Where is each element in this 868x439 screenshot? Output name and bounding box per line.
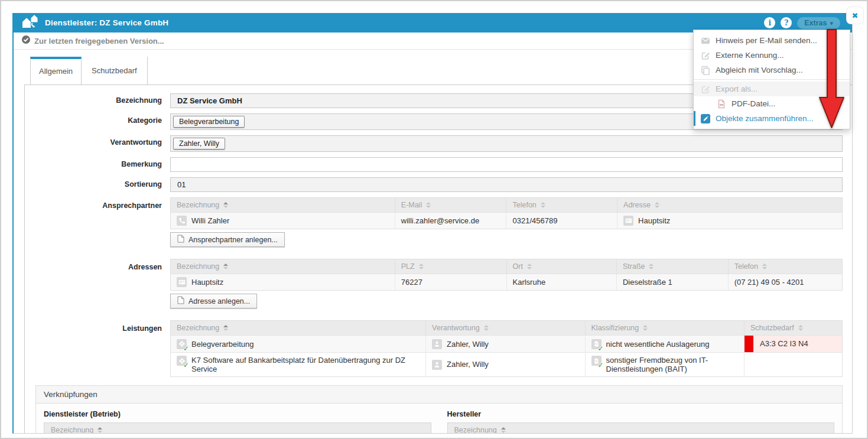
help-button[interactable]: ? [781, 17, 792, 28]
col-header-bezeichnung[interactable]: Bezeichnung [171, 259, 395, 274]
tab-content-panel: Bezeichnung DZ Service GmbH Kategorie Be… [24, 84, 852, 433]
adresse-strasse: Dieselstraße 1 [616, 274, 728, 291]
verantwortung-field[interactable]: Zahler, Willy [170, 135, 843, 152]
new-page-icon [177, 296, 184, 306]
sortierung-field[interactable]: 01 [170, 177, 843, 192]
verantwortung-chip[interactable]: Zahler, Willy [173, 138, 225, 149]
col-header-email[interactable]: E-Mail [395, 198, 506, 213]
menu-item-externe-kennung[interactable]: Externe Kennung... [694, 48, 850, 63]
menu-item-abgleich-vorschlag[interactable]: Abgleich mit Vorschlag... [694, 63, 850, 77]
pdf-file-icon [717, 99, 726, 109]
sort-icon [798, 325, 803, 331]
menu-item-hinweis-email[interactable]: Hinweis per E-Mail senden... [694, 33, 850, 48]
leistungen-label: Leistungen [25, 320, 170, 377]
leistung-verantwortung: Zahler, Willy [447, 360, 489, 369]
col-header-verantwortung[interactable]: Verantwortung [426, 321, 585, 336]
hersteller-column: Hersteller Bezeichnung [447, 410, 835, 433]
copy-icon [701, 66, 710, 75]
close-icon: ✖ [852, 11, 859, 20]
table-row[interactable]: Willi Zahler willi.zahler@service.de 032… [171, 213, 843, 229]
col-header-strasse[interactable]: Straße [616, 259, 728, 274]
sortierung-label: Sortierung [25, 177, 170, 192]
tab-schutzbedarf[interactable]: Schutzbedarf [82, 57, 148, 84]
hersteller-table-header[interactable]: Bezeichnung [447, 422, 835, 433]
schutzbedarf-value [744, 353, 842, 377]
schutzbedarf-red-block [745, 336, 753, 352]
schutzbedarf-indicator: A3:3 C2 I3 N4 [745, 336, 842, 352]
adresse-bezeichnung: Hauptsitz [191, 278, 223, 287]
edit-icon [701, 51, 710, 60]
bemerkung-input[interactable] [170, 157, 843, 172]
table-row[interactable]: Belegverarbeitung Zahler, Willy [171, 336, 843, 353]
contact-email: willi.zahler@service.de [395, 213, 506, 229]
dienstleister-betrieb-table-header[interactable]: Bezeichnung [44, 422, 431, 433]
sort-icon [541, 202, 545, 208]
page-title: Dienstleister: DZ Service GmbH [45, 18, 168, 27]
person-icon [432, 339, 442, 349]
ansprechpartner-anlegen-button[interactable]: Ansprechpartner anlegen... [170, 232, 285, 247]
adresse-ort: Karlsruhe [506, 274, 616, 291]
screenshot-frame: Dienstleister: DZ Service GmbH i ? Extra… [0, 0, 868, 439]
ansprechpartner-table: Bezeichnung E-Mail Telefon Adresse [170, 197, 843, 229]
last-released-version-link[interactable]: Zur letzten freigegebenen Version... [34, 37, 164, 45]
leistung-klassifizierung: sonstiger Fremdbezug von IT-Dienstleistu… [606, 356, 738, 373]
dienstleister-betrieb-column: Dienstleister (Betrieb) Bezeichnung [44, 410, 431, 433]
sort-icon [501, 427, 506, 433]
verknuepfungen-title: Verknüpfungen [36, 386, 842, 404]
service-gear-checked-icon [177, 356, 187, 366]
leistung-klassifizierung: nicht wesentliche Auslagerung [606, 340, 710, 349]
table-row[interactable]: K7 Software auf Bankarbeitsplatz für Dat… [171, 353, 843, 377]
envelope-icon [701, 36, 710, 45]
export-icon [701, 84, 710, 94]
extras-button[interactable]: Extras [797, 17, 840, 29]
adressen-label: Adressen [25, 259, 170, 315]
address-icon [623, 216, 633, 226]
sort-icon [223, 202, 228, 208]
sort-icon [223, 264, 228, 269]
col-header-bezeichnung[interactable]: Bezeichnung [171, 198, 395, 213]
menu-separator [694, 79, 850, 80]
adresse-anlegen-button[interactable]: Adresse anlegen... [170, 294, 257, 308]
bemerkung-label: Bemerkung [25, 157, 170, 172]
adressen-table: Bezeichnung PLZ Ort Straße Telefon [170, 259, 843, 291]
col-header-ort[interactable]: Ort [506, 259, 616, 274]
dienstleister-betrieb-label: Dienstleister (Betrieb) [44, 410, 431, 418]
col-header-adresse[interactable]: Adresse [617, 198, 843, 213]
menu-item-objekte-zusammenfuehren[interactable]: Objekte zusammenführen... [694, 111, 850, 126]
address-icon [177, 277, 187, 287]
col-header-bezeichnung[interactable]: Bezeichnung [171, 321, 426, 336]
info-button[interactable]: i [764, 17, 775, 28]
menu-item-pdf-datei[interactable]: PDF-Datei... [694, 96, 850, 111]
tab-allgemein[interactable]: Allgemein [30, 57, 82, 84]
col-header-klassifizierung[interactable]: Klassifizierung [585, 321, 744, 336]
verantwortung-label: Verantwortung [25, 135, 170, 152]
sort-icon [97, 427, 102, 433]
col-header-telefon[interactable]: Telefon [728, 259, 842, 274]
kategorie-chip[interactable]: Belegverarbeitung [173, 116, 245, 128]
contact-adresse: Hauptsitz [638, 216, 670, 225]
col-header-schutzbedarf[interactable]: Schutzbedarf [744, 321, 842, 336]
sort-icon [643, 325, 648, 331]
sort-icon [223, 325, 228, 331]
col-header-plz[interactable]: PLZ [395, 259, 506, 274]
sort-icon [527, 264, 532, 269]
kategorie-label: Kategorie [25, 113, 170, 130]
schutzbedarf-value: A3:3 C2 I3 N4 [753, 336, 815, 352]
menu-item-export-als[interactable]: Export als... [694, 82, 850, 96]
phone-contact-icon [177, 216, 187, 226]
table-row[interactable]: Hauptsitz 76227 Karlsruhe Dieselstraße 1… [171, 274, 843, 291]
service-gear-checked-icon [177, 339, 187, 349]
extras-dropdown-menu: Hinweis per E-Mail senden... Externe Ken… [693, 30, 850, 129]
leistung-verantwortung: Zahler, Willy [447, 340, 489, 349]
document-checked-icon [591, 339, 602, 349]
sort-icon [655, 202, 659, 208]
close-button[interactable]: ✖ [847, 7, 863, 24]
leistung-bezeichnung: K7 Software auf Bankarbeitsplatz für Dat… [191, 356, 420, 373]
contact-name: Willi Zahler [191, 216, 229, 225]
sort-icon [419, 264, 424, 269]
leistungen-table: Bezeichnung Verantwortung Klassifizierun… [170, 320, 843, 377]
col-header-telefon[interactable]: Telefon [506, 198, 617, 213]
hersteller-label: Hersteller [447, 410, 835, 418]
adresse-plz: 76227 [395, 274, 506, 291]
sort-icon [762, 264, 767, 269]
